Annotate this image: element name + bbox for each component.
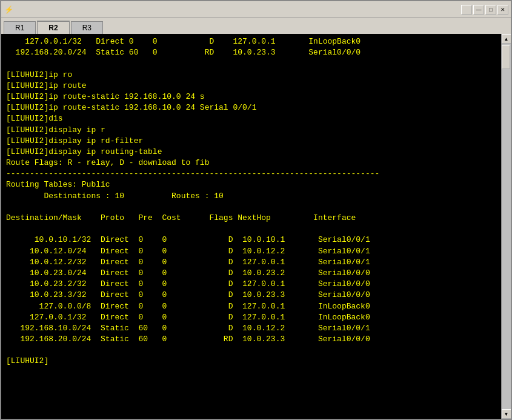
scroll-thumb[interactable] xyxy=(502,45,510,69)
title-bar-left: ⚡ xyxy=(4,5,17,15)
scroll-up-button[interactable]: ▲ xyxy=(502,34,511,44)
title-bar: ⚡ — □ ✕ xyxy=(1,1,511,18)
close-button[interactable]: ✕ xyxy=(497,5,508,15)
maximize-button[interactable]: □ xyxy=(485,5,496,15)
scrollbar: ▲ ▼ xyxy=(501,34,511,419)
terminal-output[interactable]: 127.0.0.1/32 Direct 0 0 D 127.0.0.1 InLo… xyxy=(1,34,501,419)
tab-r3[interactable]: R3 xyxy=(71,21,103,34)
app-icon: ⚡ xyxy=(4,5,13,15)
scroll-track xyxy=(502,44,511,409)
tab-bar: R1 R2 R3 xyxy=(1,18,511,34)
scroll-down-button[interactable]: ▼ xyxy=(502,409,511,419)
tab-r2[interactable]: R2 xyxy=(37,21,69,34)
tab-r1[interactable]: R1 xyxy=(4,21,36,34)
window-controls: — □ ✕ xyxy=(461,5,508,15)
restore-button[interactable] xyxy=(461,5,472,15)
content-area: 127.0.0.1/32 Direct 0 0 D 127.0.0.1 InLo… xyxy=(1,34,511,419)
minimize-button[interactable]: — xyxy=(473,5,484,15)
main-window: ⚡ — □ ✕ R1 R2 R3 127.0.0.1/32 Direct 0 0… xyxy=(0,0,512,420)
